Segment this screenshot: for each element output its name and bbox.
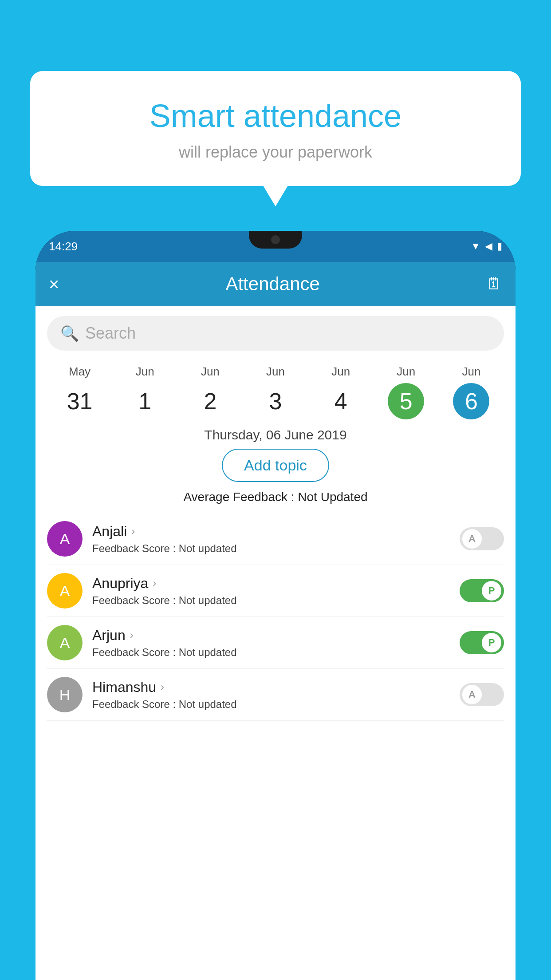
header-title: Attendance — [225, 273, 320, 295]
avatar-anupriya: A — [47, 573, 83, 609]
bubble-card: Smart attendance will replace your paper… — [30, 71, 521, 186]
toggle-thumb-anjali: A — [462, 529, 482, 549]
toggle-himanshu[interactable]: A — [460, 683, 504, 706]
date-col-5[interactable]: Jun 5 — [374, 365, 439, 419]
toggle-thumb-arjun: P — [482, 633, 501, 652]
phone-inner: 14:29 ▼ ◀ ▮ × Attendance 🗓 🔍 Search Ma — [35, 231, 516, 980]
selected-date: Thursday, 06 June 2019 — [35, 419, 516, 449]
avg-feedback-label: Average Feedback : — [183, 490, 298, 504]
chevron-icon-arjun: › — [130, 629, 134, 641]
status-time: 14:29 — [49, 240, 78, 253]
chevron-icon-himanshu: › — [161, 681, 164, 693]
toggle-arjun[interactable]: P — [460, 631, 504, 654]
camera-notch — [271, 235, 280, 244]
student-feedback-himanshu: Feedback Score : Not updated — [92, 698, 450, 711]
date-day-1[interactable]: 1 — [127, 383, 163, 419]
date-month-0: May — [69, 365, 91, 379]
date-day-5[interactable]: 5 — [388, 383, 424, 419]
date-month-3: Jun — [266, 365, 285, 379]
phone-frame: 14:29 ▼ ◀ ▮ × Attendance 🗓 🔍 Search Ma — [35, 231, 516, 980]
search-placeholder: Search — [85, 324, 136, 343]
date-col-3[interactable]: Jun 3 — [243, 365, 308, 419]
toggle-switch-arjun[interactable]: P — [460, 631, 504, 654]
date-day-0[interactable]: 31 — [62, 383, 98, 419]
wifi-icon: ▼ — [471, 241, 480, 252]
student-name-himanshu: Himanshu › — [92, 679, 450, 695]
avatar-arjun: A — [47, 625, 83, 660]
student-name-arjun: Arjun › — [92, 627, 450, 644]
chevron-icon-anjali: › — [131, 525, 135, 537]
close-button[interactable]: × — [49, 274, 59, 294]
phone-notch — [249, 231, 302, 249]
avg-feedback-value: Not Updated — [298, 490, 367, 504]
student-list: A Anjali › Feedback Score : Not updated … — [35, 513, 516, 721]
date-col-2[interactable]: Jun 2 — [177, 365, 243, 419]
date-month-5: Jun — [397, 365, 415, 379]
bubble-title: Smart attendance — [52, 98, 499, 134]
student-info-arjun: Arjun › Feedback Score : Not updated — [92, 627, 450, 659]
date-month-1: Jun — [136, 365, 154, 379]
student-feedback-anupriya: Feedback Score : Not updated — [92, 594, 450, 607]
date-day-4[interactable]: 4 — [323, 383, 359, 419]
date-day-3[interactable]: 3 — [257, 383, 294, 419]
calendar-icon[interactable]: 🗓 — [486, 275, 502, 293]
speech-bubble: Smart attendance will replace your paper… — [30, 71, 521, 186]
toggle-thumb-anupriya: P — [482, 581, 501, 601]
date-month-4: Jun — [331, 365, 350, 379]
search-icon: 🔍 — [60, 324, 79, 342]
avatar-himanshu: H — [47, 677, 83, 712]
chevron-icon-anupriya: › — [153, 577, 156, 589]
toggle-thumb-himanshu: A — [462, 685, 482, 704]
toggle-switch-himanshu[interactable]: A — [460, 683, 504, 706]
date-day-6[interactable]: 6 — [453, 383, 489, 419]
date-col-6[interactable]: Jun 6 — [439, 365, 504, 419]
student-feedback-arjun: Feedback Score : Not updated — [92, 646, 450, 659]
date-month-2: Jun — [201, 365, 220, 379]
date-col-1[interactable]: Jun 1 — [112, 365, 177, 419]
signal-icon: ◀ — [485, 241, 492, 252]
date-col-4[interactable]: Jun 4 — [308, 365, 374, 419]
student-name-anupriya: Anupriya › — [92, 575, 450, 592]
status-icons: ▼ ◀ ▮ — [471, 241, 502, 252]
date-picker: May 31 Jun 1 Jun 2 Jun 3 Jun 4 — [35, 360, 516, 419]
student-item-arjun[interactable]: A Arjun › Feedback Score : Not updated P — [47, 617, 504, 669]
avatar-anjali: A — [47, 521, 83, 557]
student-info-himanshu: Himanshu › Feedback Score : Not updated — [92, 679, 450, 711]
student-info-anupriya: Anupriya › Feedback Score : Not updated — [92, 575, 450, 607]
app-header: × Attendance 🗓 — [35, 262, 516, 306]
status-bar: 14:29 ▼ ◀ ▮ — [35, 231, 516, 262]
battery-icon: ▮ — [497, 241, 502, 252]
student-item-anjali[interactable]: A Anjali › Feedback Score : Not updated … — [47, 513, 504, 565]
date-day-2[interactable]: 2 — [192, 383, 228, 419]
student-info-anjali: Anjali › Feedback Score : Not updated — [92, 523, 450, 555]
date-col-0[interactable]: May 31 — [47, 365, 112, 419]
student-name-anjali: Anjali › — [92, 523, 450, 540]
app-content: 🔍 Search May 31 Jun 1 Jun 2 Jun — [35, 306, 516, 980]
search-bar[interactable]: 🔍 Search — [47, 316, 504, 351]
student-item-himanshu[interactable]: H Himanshu › Feedback Score : Not update… — [47, 669, 504, 721]
date-month-6: Jun — [462, 365, 480, 379]
student-item-anupriya[interactable]: A Anupriya › Feedback Score : Not update… — [47, 565, 504, 617]
add-topic-button[interactable]: Add topic — [222, 449, 329, 482]
bubble-subtitle: will replace your paperwork — [52, 143, 499, 162]
student-feedback-anjali: Feedback Score : Not updated — [92, 542, 450, 555]
toggle-anupriya[interactable]: P — [460, 579, 504, 602]
avg-feedback: Average Feedback : Not Updated — [35, 490, 516, 504]
toggle-anjali[interactable]: A — [460, 527, 504, 550]
toggle-switch-anupriya[interactable]: P — [460, 579, 504, 602]
toggle-switch-anjali[interactable]: A — [460, 527, 504, 550]
